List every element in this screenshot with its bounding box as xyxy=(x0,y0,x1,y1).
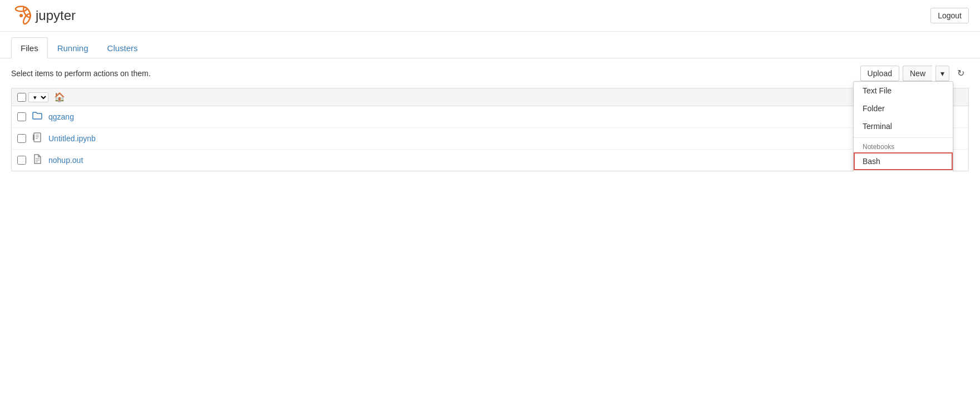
file-link-qgzang[interactable]: qgzang xyxy=(48,112,74,121)
file-list: qgzang Untitled.ipynb nohup.ou xyxy=(11,106,969,171)
svg-point-2 xyxy=(22,13,31,25)
file-link-untitled[interactable]: Untitled.ipynb xyxy=(48,134,96,143)
tab-running[interactable]: Running xyxy=(48,37,98,58)
file-link-nohup[interactable]: nohup.out xyxy=(48,156,83,165)
text-file-icon xyxy=(32,154,43,166)
dropdown-item-python2[interactable]: Python 2 xyxy=(854,170,953,171)
new-dropdown-button[interactable]: ▾ xyxy=(935,66,949,81)
folder-icon xyxy=(32,111,43,123)
svg-point-3 xyxy=(19,14,23,17)
refresh-button[interactable]: ↻ xyxy=(953,65,969,81)
select-dropdown[interactable]: ▾ xyxy=(28,92,48,102)
toolbar-right: Upload New ▾ ↻ Text File Folder Terminal… xyxy=(860,65,969,81)
tabs-bar: Files Running Clusters xyxy=(0,37,980,58)
file-checkbox-qgzang[interactable] xyxy=(17,112,26,121)
table-row: qgzang xyxy=(12,106,968,128)
header-checkbox-area: ▾ xyxy=(17,92,48,102)
header: jupyter Logout xyxy=(0,0,980,32)
notebooks-section-label: Notebooks xyxy=(854,140,953,152)
home-icon[interactable]: 🏠 xyxy=(54,92,65,102)
tab-files[interactable]: Files xyxy=(11,37,48,58)
notebook-icon xyxy=(32,132,43,145)
file-checkbox-nohup[interactable] xyxy=(17,156,26,165)
toolbar: Select items to perform actions on them.… xyxy=(0,58,980,88)
dropdown-item-text-file[interactable]: Text File xyxy=(854,82,953,100)
upload-button[interactable]: Upload xyxy=(860,66,899,81)
tab-clusters[interactable]: Clusters xyxy=(98,37,147,58)
svg-rect-8 xyxy=(33,135,35,140)
new-button[interactable]: New xyxy=(903,66,932,81)
dropdown-item-bash[interactable]: Bash xyxy=(854,152,953,170)
file-list-header: ▾ 🏠 xyxy=(11,88,969,106)
dropdown-item-folder[interactable]: Folder xyxy=(854,100,953,117)
logo: jupyter xyxy=(11,6,76,26)
logo-text: jupyter xyxy=(36,8,76,23)
select-all-checkbox[interactable] xyxy=(17,93,26,102)
new-dropdown-menu: Text File Folder Terminal Notebooks Bash… xyxy=(853,81,953,171)
jupyter-logo-icon xyxy=(11,6,31,26)
table-row: nohup.out xyxy=(12,150,968,171)
dropdown-divider xyxy=(854,137,953,138)
table-row: Untitled.ipynb xyxy=(12,128,968,150)
svg-rect-4 xyxy=(34,133,41,142)
file-checkbox-untitled[interactable] xyxy=(17,134,26,143)
dropdown-item-terminal[interactable]: Terminal xyxy=(854,117,953,135)
select-hint: Select items to perform actions on them. xyxy=(11,69,151,78)
logout-button[interactable]: Logout xyxy=(930,8,969,23)
